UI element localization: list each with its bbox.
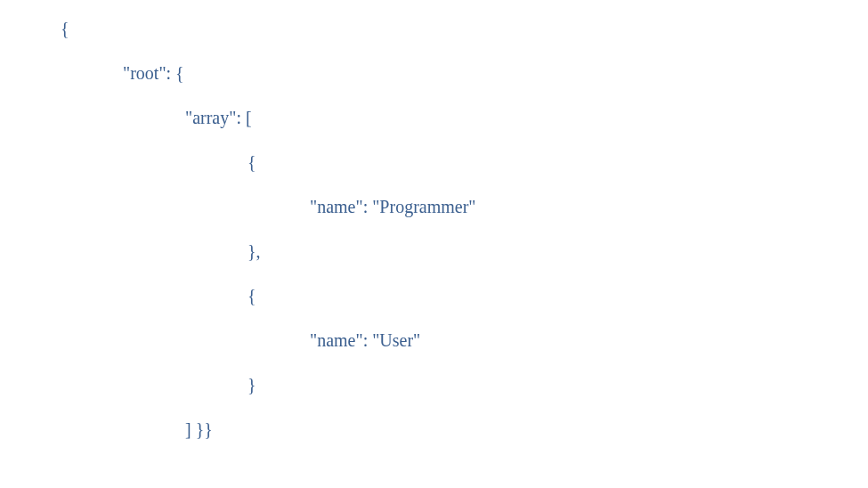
code-line: }, — [61, 239, 868, 264]
code-line: "name": "User" — [61, 328, 868, 353]
code-line: "array": [ — [61, 105, 868, 130]
code-line: { — [61, 150, 868, 175]
code-line: { — [61, 16, 868, 41]
code-line: "name": "Programmer" — [61, 194, 868, 219]
code-line: "root": { — [61, 61, 868, 85]
code-line: { — [61, 283, 868, 308]
code-line: ] }} — [61, 417, 868, 442]
code-line: } — [61, 372, 868, 397]
